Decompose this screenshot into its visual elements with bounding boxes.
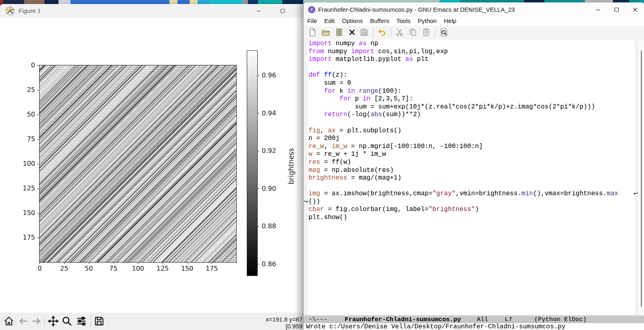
matplotlib-logo-icon [5,6,15,17]
x-tick-mark [212,262,212,264]
isearch-icon[interactable] [439,28,449,38]
figure-toolbar: x=191.8 y=87 [0.959 [0,313,306,330]
y-tick-mark [37,188,39,189]
code-line[interactable]: re_w, im_w = np.mgrid[-100:100:n, -100:1… [308,143,635,151]
y-tick-mark [37,90,39,90]
x-tick-mark [113,262,114,264]
zoom-to-rect-icon[interactable] [61,315,73,327]
colorbar-tick-label: 0.90 [262,185,276,192]
y-tick-mark [37,213,39,213]
paste-icon-disabled[interactable] [421,28,431,38]
code-line[interactable]: img = ax.imshow(brightness,cmap="gray",v… [308,190,635,198]
y-tick-mark [37,115,39,115]
right-fringe [635,40,638,315]
code-line[interactable]: cbar = fig.colorbar(img, label="brightne… [308,206,635,214]
figure-status-readout: x=191.8 y=87 [0.959 [202,316,302,330]
emacs-window: E Fraunhofer-Chladni-sumsumcos.py - GNU … [303,2,644,330]
code-line[interactable]: ()) [308,198,635,206]
code-line[interactable]: w = re_w + 1j * im_w [308,150,635,159]
save-buffer-icon-disabled[interactable] [359,28,369,38]
code-line[interactable]: brightness = mag/(mag+1) [308,174,635,182]
menu-item-tools[interactable]: Tools [393,17,414,25]
menu-item-help[interactable]: Help [440,17,460,25]
code-line[interactable]: plt.show() [308,214,635,222]
emacs-titlebar[interactable]: E Fraunhofer-Chladni-sumsumcos.py - GNU … [304,2,644,17]
emacs-minimize-button[interactable] [589,2,607,17]
code-line[interactable]: fig, ax = plt.subplots() [308,127,635,135]
modeline-major-mode: (Python ElDoc) [534,316,587,323]
x-tick-mark [40,262,40,264]
code-line[interactable]: from numpy import cos,sin,pi,log,exp [308,48,635,56]
colorbar-label: brightness [287,148,295,184]
emacs-logo-icon: E [308,6,316,15]
modeline-coding-prefix: -\--- [308,316,327,323]
emacs-modeline[interactable]: -\--- Fraunhofer-Chladni-sumsumcos.py Al… [304,315,644,324]
code-line[interactable] [308,182,635,190]
code-line[interactable]: import matplotlib.pyplot as plt [308,56,635,64]
home-icon[interactable] [3,315,15,327]
emacs-scrollbar[interactable] [638,40,644,315]
emacs-window-title: Fraunhofer-Chladni-sumsumcos.py - GNU Em… [318,6,515,13]
cut-icon-disabled[interactable] [395,28,404,38]
pan-icon[interactable] [48,315,59,327]
menu-item-edit[interactable]: Edit [321,17,338,25]
forward-icon[interactable] [31,315,42,327]
menu-item-python[interactable]: Python [414,17,440,25]
modeline-buffer-name: Fraunhofer-Chladni-sumsumcos.py [345,316,461,323]
toolbar-separator [373,28,373,37]
modeline-position: All [477,316,488,323]
emacs-close-button[interactable] [626,2,644,17]
y-tick-label: 175 [13,234,35,241]
code-line[interactable]: for k in range(100): [308,88,635,96]
open-file-icon[interactable] [321,28,331,38]
colorbar-tick-mark [258,113,259,113]
x-tick-label: 175 [206,265,218,272]
pixel-value-readout: [0.959 [202,323,302,330]
x-tick-mark [163,262,163,264]
save-icon[interactable] [94,315,105,327]
code-line[interactable]: import numpy as np [308,40,635,48]
undo-icon[interactable] [377,28,387,38]
x-tick-label: 50 [85,265,93,272]
code-line[interactable]: def ff(z): [308,71,635,79]
x-tick-mark [187,262,188,264]
figure-maximize-button[interactable] [274,4,292,18]
code-line[interactable]: mag = np.absolute(res) [308,167,635,175]
menu-item-file[interactable]: File [304,17,321,25]
code-line[interactable]: sum = 0 [308,79,635,88]
figure-minimize-button[interactable] [250,4,267,18]
copy-icon-disabled[interactable] [408,28,418,38]
code-line[interactable] [308,64,635,72]
configure-subplots-icon[interactable] [76,315,87,327]
x-tick-label: 75 [109,265,117,272]
figure-titlebar[interactable]: Figure 1 [0,4,306,18]
toolbar-separator [44,315,45,327]
y-tick-label: 100 [13,160,35,167]
code-line[interactable]: for p in [2,3,5,7]: [308,95,635,103]
menu-item-options[interactable]: Options [338,17,367,25]
plot-axes [39,65,237,263]
code-editor[interactable]: import numpy as npfrom numpy import cos,… [308,40,635,315]
code-line[interactable] [308,119,635,127]
colorbar-tick-mark [258,188,259,189]
scrollbar-thumb[interactable] [641,50,642,307]
new-file-icon[interactable] [308,28,317,38]
emacs-echo-area: Wrote c:/Users/Denise Vella/Desktop/Frau… [304,323,644,330]
code-line[interactable]: sum = sum+exp(10j*(z.real*cos(2*pi*k/p)+… [308,103,635,111]
code-line[interactable]: n = 200j [308,135,635,143]
dired-icon[interactable] [334,28,344,38]
kill-buffer-icon[interactable] [347,28,357,38]
x-tick-label: 0 [38,265,42,272]
toolbar-separator [391,28,391,37]
code-line[interactable]: return(-log(abs(sum))**2) [308,111,635,119]
colorbar-tick-mark [258,75,259,76]
emacs-maximize-button[interactable] [607,2,626,17]
back-icon[interactable] [18,315,29,327]
menu-item-buffers[interactable]: Buffers [367,17,393,25]
code-line[interactable]: res = ff(w) [308,159,635,167]
cursor-position-readout: x=191.8 y=87 [202,316,302,323]
y-tick-label: 25 [13,86,35,94]
imshow-image[interactable] [40,65,236,262]
emacs-menubar: FileEditOptionsBuffersToolsPythonHelp [304,17,644,26]
line-wrap-right-icon: ↩ [634,191,638,196]
